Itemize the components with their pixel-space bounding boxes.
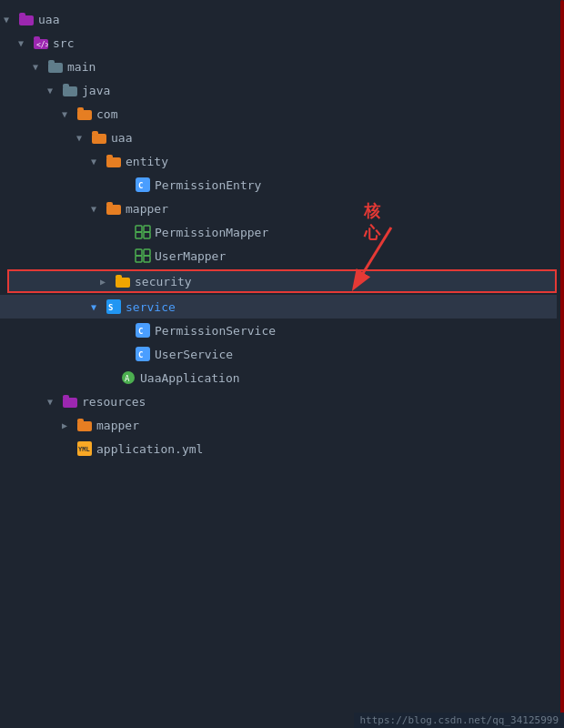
tree-item-uaa2[interactable]: uaa (0, 126, 564, 149)
tree-item-com[interactable]: com (0, 102, 564, 126)
scrollbar[interactable] (557, 0, 564, 728)
svg-rect-21 (136, 232, 142, 238)
svg-rect-14 (106, 155, 113, 159)
svg-rect-1 (19, 13, 25, 17)
label-mapper2: mapper (96, 419, 139, 432)
tree-item-resources[interactable]: resources (0, 389, 564, 413)
tree-item-mapper[interactable]: mapper (0, 197, 564, 220)
label-uaa-application: UaaApplication (140, 371, 240, 385)
arrow-src (18, 38, 33, 48)
svg-text:C: C (138, 327, 143, 336)
arrow-security (100, 277, 115, 287)
tree-item-main[interactable]: main (0, 55, 564, 78)
folder-icon-main (47, 58, 64, 75)
svg-rect-23 (136, 249, 142, 256)
arrow-mapper (91, 204, 106, 214)
svg-rect-38 (63, 395, 69, 399)
tree-item-mapper2[interactable]: mapper (0, 413, 564, 437)
scrollbar-thumb (560, 0, 564, 728)
label-user-service: UserService (155, 348, 233, 361)
label-src: src (53, 36, 74, 50)
svg-rect-26 (144, 256, 150, 262)
tree-item-src[interactable]: </> src (0, 31, 564, 55)
tree-item-uaa-application[interactable]: A UaaApplication (0, 366, 564, 389)
file-tree: uaa </> src main (0, 0, 564, 728)
tree-item-user-service[interactable]: C UserService (0, 342, 564, 366)
tree-item-permission-entry[interactable]: C PermissionEntry (0, 173, 564, 197)
svg-rect-24 (144, 249, 150, 256)
svg-rect-20 (144, 226, 150, 232)
mapper-icon-permission-mapper (135, 224, 151, 240)
service-icon: S (106, 298, 122, 315)
folder-icon-src: </> (33, 35, 49, 51)
tree-item-permission-service[interactable]: C PermissionService (0, 318, 564, 342)
arrow-resources (47, 397, 62, 407)
svg-text:A: A (125, 374, 130, 383)
arrow-entity (91, 157, 106, 167)
label-main: main (67, 60, 96, 74)
arrow-main (33, 62, 47, 72)
svg-rect-6 (48, 60, 55, 65)
label-com: com (96, 107, 117, 121)
svg-rect-22 (144, 232, 150, 238)
tree-item-security[interactable]: security (7, 269, 557, 293)
label-entity: entity (126, 155, 168, 168)
label-mapper: mapper (126, 202, 168, 216)
svg-text:C: C (138, 181, 143, 190)
label-user-mapper: UserMapper (155, 249, 226, 263)
svg-text:</>: </> (36, 41, 48, 49)
label-permission-mapper: PermissionMapper (155, 226, 268, 239)
label-service: service (126, 300, 176, 314)
class-icon-user-service: C (135, 346, 151, 362)
label-permission-service: PermissionService (155, 324, 276, 338)
tree-item-uaa[interactable]: uaa (0, 7, 564, 31)
label-application-yml: application.yml (96, 442, 203, 456)
yml-icon-application: YML (76, 440, 93, 457)
class-icon-permission-service: C (135, 322, 151, 339)
folder-icon-uaa2 (91, 129, 107, 146)
arrow-uaa (4, 15, 18, 25)
folder-icon-uaa (18, 11, 35, 27)
arrow-mapper2 (62, 420, 76, 430)
label-uaa2: uaa (111, 131, 132, 145)
folder-icon-mapper (106, 200, 122, 217)
label-resources: resources (82, 395, 146, 409)
mapper-icon-user-mapper (135, 248, 151, 264)
svg-rect-40 (77, 419, 84, 423)
arrow-service (91, 302, 106, 312)
svg-text:S: S (108, 303, 113, 312)
tree-item-user-mapper[interactable]: UserMapper (0, 244, 564, 268)
folder-icon-java (62, 82, 78, 98)
app-icon-uaa-application: A (120, 369, 136, 386)
folder-icon-resources (62, 393, 78, 410)
folder-icon-security (115, 273, 131, 289)
svg-text:C: C (138, 350, 143, 359)
label-java: java (82, 84, 110, 97)
tree-item-permission-mapper[interactable]: PermissionMapper (0, 220, 564, 244)
label-uaa: uaa (38, 13, 59, 26)
label-permission-entry: PermissionEntry (155, 178, 261, 192)
tree-item-entity[interactable]: entity (0, 149, 564, 173)
folder-icon-mapper2 (76, 417, 93, 433)
svg-rect-12 (92, 131, 98, 136)
folder-icon-com (76, 106, 93, 122)
url-bar: https://blog.csdn.net/qq_34125999 (354, 713, 564, 728)
folder-icon-entity (106, 153, 122, 169)
arrow-java (47, 86, 62, 96)
class-icon-permission-entry: C (135, 177, 151, 193)
svg-rect-18 (106, 202, 113, 207)
label-security: security (135, 275, 192, 288)
svg-rect-10 (77, 107, 84, 112)
svg-text:YML: YML (78, 446, 90, 453)
svg-rect-25 (136, 256, 142, 262)
url-text: https://blog.csdn.net/qq_34125999 (359, 714, 559, 726)
tree-item-java[interactable]: java (0, 78, 564, 102)
arrow-com (62, 109, 76, 119)
tree-item-service[interactable]: S service (0, 295, 564, 318)
svg-rect-19 (136, 226, 142, 232)
svg-rect-8 (63, 84, 69, 88)
arrow-uaa2 (76, 133, 91, 143)
svg-rect-28 (116, 275, 122, 279)
tree-item-application-yml[interactable]: YML application.yml (0, 437, 564, 460)
